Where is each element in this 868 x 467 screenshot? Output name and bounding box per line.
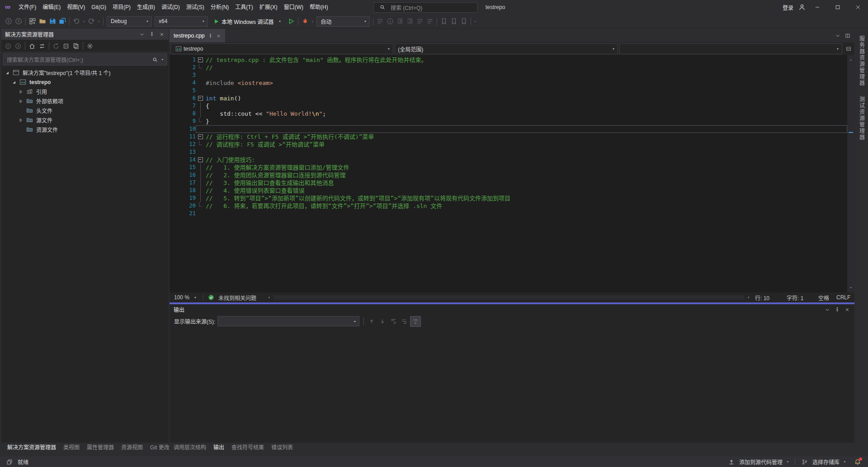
solution-configuration-select[interactable]: Debug [107, 16, 152, 27]
redo-icon[interactable] [86, 16, 96, 26]
code-line-3[interactable]: 3 [170, 71, 847, 79]
switch-views-icon[interactable] [37, 41, 47, 51]
tree-item-5[interactable]: 源文件 [1, 115, 169, 125]
close-window-button[interactable] [848, 0, 868, 14]
nav-scope-select[interactable]: (全局范围) [395, 43, 618, 54]
sign-in-button[interactable]: 登录 [783, 4, 793, 11]
editor-layout-icon[interactable] [843, 31, 853, 41]
nav-forward-icon[interactable] [14, 16, 24, 26]
menu-item-7[interactable]: 测试(S) [183, 0, 208, 14]
hot-reload-icon[interactable] [300, 16, 310, 26]
start-debugging-button[interactable]: 本地 Windows 调试器 [210, 16, 285, 26]
goto-previous-message-icon[interactable] [367, 316, 377, 326]
solution-platform-select[interactable]: x64 [155, 16, 208, 27]
start-without-debugging-icon[interactable] [286, 16, 296, 26]
close-icon[interactable] [842, 305, 852, 315]
editor-tab-testrepo-cpp[interactable]: testrepo.cpp [170, 29, 225, 42]
bottom-panel-tab-3[interactable]: 错误列表 [268, 443, 297, 453]
autoscroll-icon[interactable] [410, 316, 421, 327]
code-line-12[interactable]: 12// 调试程序: F5 或调试 >“开始调试”菜单 [170, 141, 847, 148]
pin-icon[interactable] [208, 31, 213, 41]
side-tab-1[interactable]: 测试资源管理器 [858, 96, 866, 141]
code-line-19[interactable]: 19// 5. 转到“项目”>“添加新项”以创建新的代码文件，或转到“项目”>“… [170, 194, 847, 202]
tree-item-3[interactable]: 外部依赖项 [1, 96, 169, 106]
clear-all-icon[interactable] [388, 316, 398, 326]
code-line-9[interactable]: 9} [170, 118, 847, 125]
side-tab-0[interactable]: 服务器资源管理器 [858, 36, 866, 86]
code-line-17[interactable]: 17// 3. 使用输出窗口查看生成输出和其他消息 [170, 179, 847, 187]
fold-toggle-icon[interactable] [198, 134, 203, 139]
code-line-6[interactable]: 6int main() [170, 94, 847, 102]
background-tasks-icon[interactable] [5, 457, 14, 467]
minimize-button[interactable] [807, 0, 827, 14]
menu-item-5[interactable]: 生成(B) [134, 0, 158, 14]
left-panel-tab-3[interactable]: 资源视图 [118, 443, 146, 453]
tree-expander-open-icon[interactable] [3, 69, 11, 76]
menu-item-3[interactable]: Git(G) [88, 0, 109, 14]
fold-toggle-icon[interactable] [198, 157, 203, 162]
uncomment-selection-icon[interactable] [425, 16, 435, 26]
indent-increase-icon[interactable] [405, 16, 415, 26]
left-panel-tab-1[interactable]: 类视图 [60, 443, 83, 453]
left-panel-tab-0[interactable]: 解决方案资源管理器 [4, 443, 60, 453]
zoom-select[interactable]: 100 % [171, 294, 200, 301]
toolbar-options-icon[interactable] [473, 16, 478, 26]
code-line-1[interactable]: 1// testrepo.cpp : 此文件包含 "main" 函数。程序执行将… [170, 56, 847, 64]
nav-member-select[interactable] [619, 43, 842, 54]
window-position-chevron-icon[interactable] [137, 29, 147, 39]
select-repository-button[interactable]: 选择存储库 [797, 457, 850, 467]
member-list-icon[interactable] [375, 16, 385, 26]
code-line-8[interactable]: 8 std::cout << "Hello World!\n"; [170, 110, 847, 118]
code-line-5[interactable]: 5 [170, 87, 847, 94]
menu-item-10[interactable]: 扩展(X) [256, 0, 281, 14]
word-wrap-icon[interactable] [399, 316, 409, 326]
hot-reload-options-chevron-icon[interactable] [310, 16, 315, 26]
document-health-indicator[interactable]: 未找到相关问题 [206, 292, 256, 302]
code-line-4[interactable]: 4#include <iostream> [170, 79, 847, 87]
code-line-11[interactable]: 11// 运行程序: Ctrl + F5 或调试 >“开始执行(不调试)”菜单 [170, 133, 847, 141]
close-icon[interactable] [157, 29, 167, 39]
parameter-info-icon[interactable] [385, 16, 395, 26]
vertical-scrollbar[interactable] [847, 55, 854, 292]
tree-expander-open-icon[interactable] [10, 79, 18, 86]
code-area[interactable]: 1// testrepo.cpp : 此文件包含 "main" 函数。程序执行将… [170, 55, 847, 292]
undo-icon[interactable] [71, 16, 81, 26]
window-position-chevron-icon[interactable] [822, 305, 832, 315]
horizontal-scrollbar[interactable] [274, 295, 744, 300]
menu-item-12[interactable]: 帮助(H) [307, 0, 331, 14]
code-line-7[interactable]: 7{ [170, 102, 847, 110]
comment-selection-icon[interactable] [415, 16, 425, 26]
tree-expander-closed-icon[interactable] [17, 88, 24, 95]
tree-item-1[interactable]: testrepo [1, 77, 169, 87]
maximize-button[interactable] [827, 0, 848, 14]
home-icon[interactable] [27, 41, 37, 51]
user-account-icon[interactable] [797, 2, 807, 12]
se-back-icon[interactable] [3, 41, 13, 51]
goto-next-message-icon[interactable] [377, 316, 387, 326]
notifications-bell-icon[interactable] [852, 456, 863, 467]
save-icon[interactable] [47, 16, 57, 26]
spaces-indicator[interactable]: 空格 [818, 294, 834, 302]
code-line-14[interactable]: 14// 入门使用技巧: [170, 156, 847, 164]
pin-icon[interactable] [147, 29, 157, 39]
menu-item-4[interactable]: 项目(P) [109, 0, 134, 14]
hscroll-right-arrow-icon[interactable] [745, 295, 752, 300]
save-all-icon[interactable] [57, 16, 67, 26]
code-line-2[interactable]: 2// [170, 64, 847, 71]
menu-item-11[interactable]: 窗口(W) [281, 0, 307, 14]
code-line-20[interactable]: 20// 6. 将来，若要再次打开此项目，请转到“文件”>“打开”>“项目”并选… [170, 202, 847, 210]
menu-item-2[interactable]: 视图(V) [64, 0, 88, 14]
next-bookmark-icon[interactable] [459, 16, 469, 26]
scroll-down-arrow-icon[interactable] [849, 283, 854, 292]
menu-item-9[interactable]: 工具(T) [232, 0, 256, 14]
previous-bookmark-icon[interactable] [449, 16, 459, 26]
code-line-16[interactable]: 16// 2. 使用团队资源管理器窗口连接到源代码管理 [170, 171, 847, 179]
chevron-down-icon[interactable] [160, 55, 165, 65]
tree-item-0[interactable]: 解决方案"testrepo"(1 个项目/共 1 个) [1, 68, 169, 77]
watch-mode-select[interactable]: 自动 [316, 16, 370, 27]
menu-item-1[interactable]: 编辑(E) [39, 0, 64, 14]
output-content[interactable] [170, 328, 854, 443]
nav-project-select[interactable]: testrepo [170, 43, 393, 54]
show-all-files-icon[interactable] [71, 41, 81, 51]
undo-options-chevron-icon[interactable] [81, 16, 86, 26]
